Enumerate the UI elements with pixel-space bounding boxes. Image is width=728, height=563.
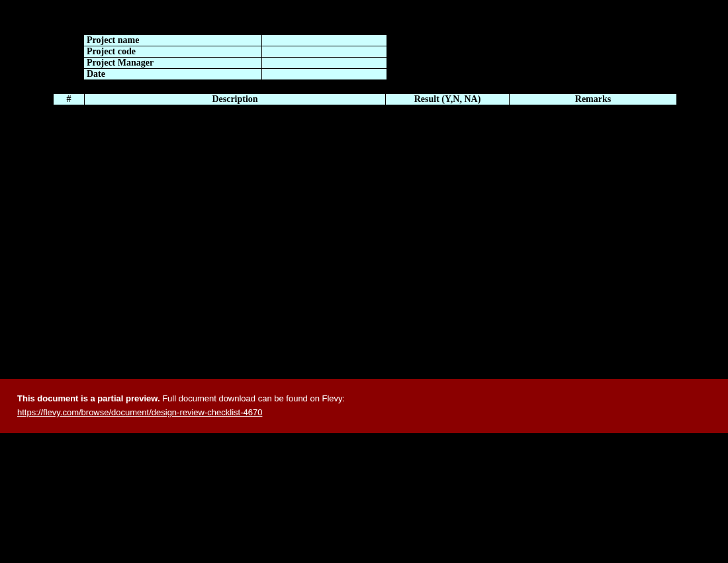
col-header-number: #: [54, 94, 85, 105]
info-value-project-name[interactable]: [262, 35, 387, 46]
preview-banner: This document is a partial preview. Full…: [0, 379, 728, 433]
checklist-table: # Description Result (Y,N, NA) Remarks: [53, 93, 677, 105]
info-value-project-manager[interactable]: [262, 58, 387, 69]
banner-link[interactable]: https://flevy.com/browse/document/design…: [17, 407, 262, 417]
info-label-project-name: Project name: [84, 35, 262, 46]
table-row: Project code: [84, 46, 387, 58]
info-label-project-manager: Project Manager: [84, 58, 262, 69]
info-label-project-code: Project code: [84, 46, 262, 58]
table-row: Project name: [84, 35, 387, 46]
info-label-date: Date: [84, 69, 262, 80]
checklist-header-row: # Description Result (Y,N, NA) Remarks: [54, 94, 677, 105]
table-row: Project Manager: [84, 58, 387, 69]
table-row: Date: [84, 69, 387, 80]
banner-bold-text: This document is a partial preview.: [17, 393, 160, 403]
info-value-project-code[interactable]: [262, 46, 387, 58]
project-info-table: Project name Project code Project Manage…: [83, 34, 387, 80]
banner-text: This document is a partial preview. Full…: [17, 393, 711, 403]
info-value-date[interactable]: [262, 69, 387, 80]
col-header-description: Description: [85, 94, 386, 105]
col-header-result: Result (Y,N, NA): [386, 94, 510, 105]
col-header-remarks: Remarks: [510, 94, 677, 105]
page-root: Project name Project code Project Manage…: [0, 0, 728, 563]
banner-rest-text: Full document download can be found on F…: [160, 393, 345, 403]
